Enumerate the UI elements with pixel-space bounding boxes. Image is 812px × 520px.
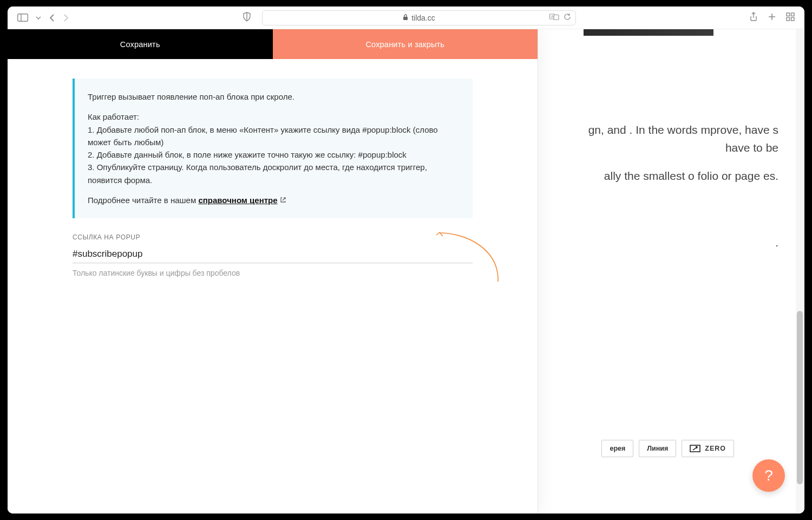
- help-center-link[interactable]: справочном центре: [198, 196, 277, 205]
- info-box: Триггер вызывает появление поп-ап блока …: [73, 79, 473, 218]
- tab-overview-icon[interactable]: [786, 12, 795, 23]
- svg-text:A: A: [551, 15, 554, 18]
- chevron-down-icon[interactable]: [36, 16, 41, 20]
- help-icon: ?: [764, 467, 773, 484]
- tag-zero-label: ZERO: [705, 445, 726, 452]
- scrollbar-track[interactable]: [796, 29, 804, 514]
- tag-zero-button[interactable]: ZERO: [682, 440, 734, 457]
- save-and-close-button[interactable]: Сохранить и закрыть: [273, 29, 538, 59]
- url-bar[interactable]: tilda.cc A: [262, 10, 576, 25]
- info-intro: Триггер вызывает появление поп-ап блока …: [88, 90, 460, 103]
- popup-link-label: ССЫЛКА НА POPUP: [73, 233, 473, 241]
- external-link-icon: [280, 196, 286, 205]
- svg-rect-0: [18, 14, 28, 22]
- info-more: Подробнее читайте в нашем справочном цен…: [88, 194, 460, 206]
- article-period: .: [567, 234, 778, 252]
- save-button[interactable]: Сохранить: [8, 29, 273, 59]
- article-text-fragment-2: ally the smallest o folio or page es.: [567, 167, 778, 185]
- svg-line-14: [283, 198, 285, 200]
- zero-icon: [690, 445, 700, 452]
- svg-rect-9: [787, 13, 790, 16]
- svg-rect-12: [791, 17, 795, 21]
- share-icon[interactable]: [749, 12, 758, 24]
- svg-rect-10: [791, 13, 795, 16]
- url-host: tilda.cc: [411, 14, 435, 22]
- new-tab-icon[interactable]: [768, 12, 776, 23]
- browser-toolbar: tilda.cc A: [8, 6, 804, 29]
- svg-rect-5: [554, 15, 559, 20]
- popup-link-hint: Только латинские буквы и цифры без пробе…: [73, 269, 473, 277]
- scrollbar-thumb[interactable]: [797, 311, 803, 484]
- sidebar-toggle-icon[interactable]: [17, 14, 28, 22]
- translate-icon[interactable]: A: [549, 13, 559, 22]
- page-content: gn, and . In the words mprove, have s ha…: [8, 29, 804, 514]
- tag-gallery-button[interactable]: ерея: [601, 440, 633, 457]
- info-how: Как работает: 1. Добавьте любой поп-ап б…: [88, 110, 460, 186]
- help-button[interactable]: ?: [752, 459, 785, 492]
- settings-panel: Сохранить Сохранить и закрыть Триггер вы…: [8, 29, 538, 514]
- privacy-shield-icon[interactable]: [243, 12, 251, 24]
- lock-icon: [403, 14, 408, 22]
- reload-icon[interactable]: [564, 13, 571, 22]
- nav-back-icon[interactable]: [49, 14, 55, 22]
- background-image-strip: [584, 29, 713, 36]
- svg-rect-3: [403, 17, 408, 20]
- block-tag-row: ерея Линия ZERO: [601, 440, 734, 457]
- popup-link-input[interactable]: [73, 244, 473, 263]
- article-text-fragment: gn, and . In the words mprove, have s ha…: [567, 121, 778, 157]
- tag-line-button[interactable]: Линия: [639, 440, 676, 457]
- svg-rect-11: [787, 17, 790, 21]
- nav-forward-icon: [63, 14, 69, 22]
